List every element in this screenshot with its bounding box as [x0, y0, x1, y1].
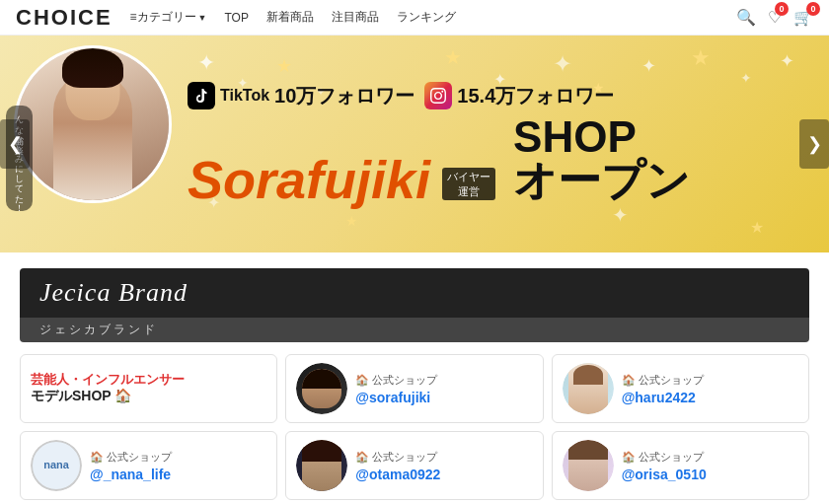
shop-name-orisa: @orisa_0510 [622, 467, 798, 482]
shop-card-sorafujiki[interactable]: 🏠 公式ショップ @sorafujiki [285, 354, 543, 423]
shop-card-otama[interactable]: 🏠 公式ショップ @otama0922 [285, 431, 543, 500]
shop-avatar-nana: nana [31, 440, 82, 491]
instagram-icon [424, 82, 452, 109]
nav-ranking[interactable]: ランキング [389, 5, 464, 30]
main-nav: ≡カテゴリー ▼ TOP 新着商品 注目商品 ランキング [122, 5, 464, 30]
tiktok-icon [188, 82, 215, 109]
tiktok-followers: 10万フォロワー [274, 83, 414, 109]
house-icon: 🏠 [622, 451, 636, 464]
nav-featured-label: 注目商品 [332, 9, 379, 26]
nav-top[interactable]: TOP [217, 7, 257, 29]
nav-new[interactable]: 新着商品 [259, 5, 322, 30]
header: CHOICE ≡カテゴリー ▼ TOP 新着商品 注目商品 ランキング 🔍 ♡ … [0, 0, 829, 36]
brand-title: Jecica Brand [20, 268, 809, 318]
house-icon: 🏠 [355, 451, 369, 464]
instagram-followers: 15.4万フォロワー [457, 83, 614, 109]
banner-open-label: オープン [513, 159, 690, 202]
banner-main-title: Sorafujiki [188, 153, 430, 206]
shop-avatar-sorafujiki [296, 363, 347, 414]
shop-label-orisa: 🏠 公式ショップ [622, 450, 798, 465]
brand-subtitle: ジェシカブランド [20, 318, 809, 342]
shop-name-otama: @otama0922 [355, 467, 532, 482]
wishlist-button[interactable]: ♡ 0 [768, 8, 782, 27]
nav-ranking-label: ランキング [397, 9, 456, 26]
shop-label-haru2422: 🏠 公式ショップ [622, 373, 798, 388]
person-image [17, 48, 169, 200]
featured-line2: モデルSHOP 🏠 [31, 388, 266, 405]
site-logo[interactable]: CHOICE [16, 5, 113, 31]
shop-grid-row2: nana 🏠 公式ショップ @_nana_life [20, 431, 809, 500]
shop-info-otama: 🏠 公式ショップ @otama0922 [355, 450, 532, 482]
shop-label-sorafujiki: 🏠 公式ショップ [355, 373, 532, 388]
banner-content: TikTok 10万フォロワー 15.4万フォロワー Sorafujiki バイ… [188, 36, 799, 252]
badge-line1: バイヤー [447, 170, 490, 183]
featured-line1: 芸能人・インフルエンサー [31, 372, 266, 389]
shop-name-nana: @_nana_life [90, 467, 266, 482]
instagram-badge: 15.4万フォロワー [424, 82, 614, 109]
shop-card-haru2422[interactable]: 🏠 公式ショップ @haru2422 [552, 354, 809, 423]
badge-line2: 運営 [447, 184, 490, 198]
banner-title-row: Sorafujiki バイヤー 運営 SHOP オープン [188, 115, 799, 206]
house-icon: 🏠 [90, 451, 104, 464]
shop-card-nana[interactable]: nana 🏠 公式ショップ @_nana_life [20, 431, 277, 500]
shop-grid-row1: 芸能人・インフルエンサー モデルSHOP 🏠 🏠 公式ショップ @sorafuj… [20, 354, 809, 423]
nav-top-label: TOP [225, 11, 249, 25]
shop-name-sorafujiki: @sorafujiki [355, 390, 532, 405]
tiktok-badge: TikTok 10万フォロワー [188, 82, 414, 109]
shop-card-featured[interactable]: 芸能人・インフルエンサー モデルSHOP 🏠 [20, 354, 277, 423]
nav-featured[interactable]: 注目商品 [324, 5, 387, 30]
shop-name-haru2422: @haru2422 [622, 390, 798, 405]
shop-label-nana: 🏠 公式ショップ [90, 450, 266, 465]
nav-category-label: ≡カテゴリー [130, 9, 196, 26]
banner-shop-label: SHOP [513, 115, 690, 159]
shop-info-nana: 🏠 公式ショップ @_nana_life [90, 450, 266, 482]
tiktok-label: TikTok [220, 87, 269, 105]
header-icons: 🔍 ♡ 0 🛒 0 [736, 8, 813, 27]
shop-avatar-haru2422 [563, 363, 614, 414]
shop-info-orisa: 🏠 公式ショップ @orisa_0510 [622, 450, 798, 482]
hero-banner: ✦ ✦ ★ ✦ ★ ✦ ✦ ★ ✦ ★ ✦ ✦ ✦ ★ ✦ ★ んな商品か楽しみ… [0, 36, 829, 252]
banner-person-avatar [14, 45, 172, 203]
shop-info-haru2422: 🏠 公式ショップ @haru2422 [622, 373, 798, 405]
wishlist-badge: 0 [775, 2, 789, 16]
shop-avatar-otama [296, 440, 347, 491]
nav-category[interactable]: ≡カテゴリー ▼ [122, 5, 215, 30]
shop-info-sorafujiki: 🏠 公式ショップ @sorafujiki [355, 373, 532, 405]
shop-card-orisa[interactable]: 🏠 公式ショップ @orisa_0510 [552, 431, 809, 500]
cart-button[interactable]: 🛒 0 [793, 8, 813, 27]
banner-followers-row: TikTok 10万フォロワー 15.4万フォロワー [188, 82, 799, 109]
banner-next-button[interactable]: ❯ [799, 119, 829, 169]
search-button[interactable]: 🔍 [736, 8, 756, 27]
cart-badge: 0 [806, 2, 820, 16]
shop-avatar-orisa [563, 440, 614, 491]
house-icon: 🏠 [622, 374, 636, 387]
brand-section: Jecica Brand ジェシカブランド 芸能人・インフルエンサー モデルSH… [0, 252, 829, 500]
banner-prev-button[interactable]: ❮ [0, 119, 30, 169]
chevron-down-icon: ▼ [198, 13, 207, 23]
nav-new-label: 新着商品 [266, 9, 314, 26]
shop-label-otama: 🏠 公式ショップ [355, 450, 532, 465]
house-icon: 🏠 [355, 374, 369, 387]
